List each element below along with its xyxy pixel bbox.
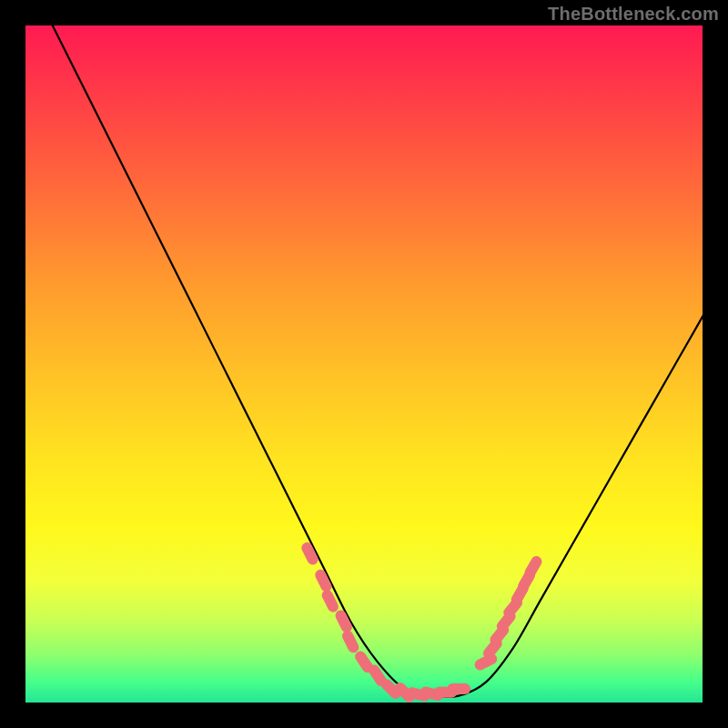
highlight-point (360, 657, 368, 668)
highlight-point (480, 659, 492, 664)
highlight-point (374, 670, 381, 681)
highlight-point (502, 616, 511, 626)
chart-svg (25, 25, 703, 703)
highlight-point (400, 688, 410, 697)
bottleneck-curve (53, 25, 703, 697)
highlight-point (412, 693, 425, 695)
highlight-point (517, 589, 523, 600)
highlight-point (387, 684, 396, 693)
highlight-point (531, 561, 537, 572)
highlight-point (328, 595, 333, 607)
plot-area (25, 25, 703, 703)
highlight-point (348, 636, 353, 648)
chart-frame: TheBottleneck.com (0, 0, 728, 728)
highlight-point (341, 615, 347, 627)
highlight-point (523, 575, 530, 586)
highlight-point (320, 575, 326, 587)
highlight-point (509, 602, 517, 612)
curve-group (53, 25, 703, 697)
points-group (307, 548, 536, 697)
highlight-point (489, 643, 497, 653)
highlight-point (426, 693, 439, 695)
highlight-point (495, 630, 503, 640)
watermark-text: TheBottleneck.com (548, 4, 719, 25)
highlight-point (307, 548, 312, 560)
